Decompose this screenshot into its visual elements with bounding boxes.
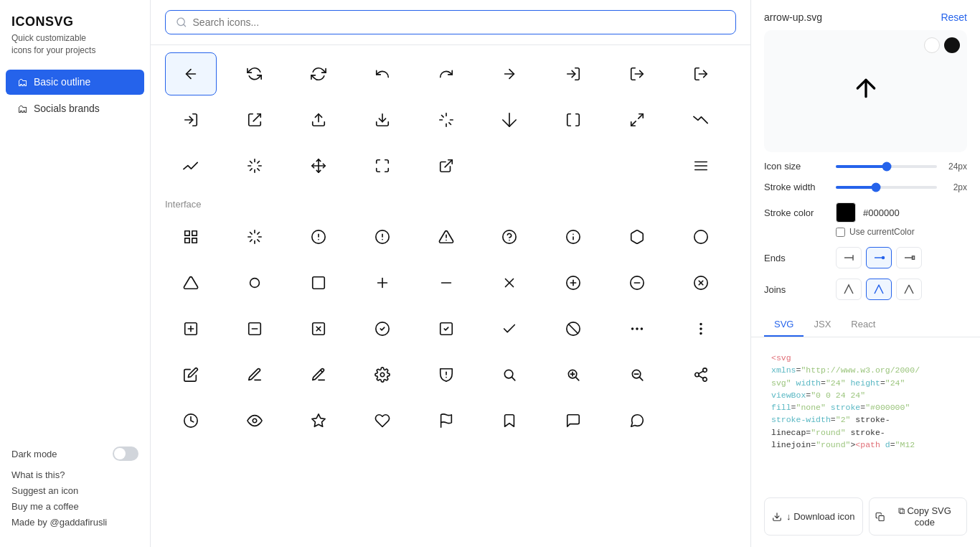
icon-cell[interactable] (229, 52, 281, 95)
icon-cell[interactable] (420, 307, 472, 350)
search-input[interactable] (193, 17, 725, 28)
icon-cell[interactable] (357, 98, 408, 141)
stroke-width-thumb[interactable] (872, 182, 881, 192)
icon-cell[interactable] (484, 261, 535, 304)
icon-cell[interactable] (675, 261, 727, 304)
icon-cell[interactable] (675, 52, 727, 95)
sidebar-item-basic-outline[interactable]: 🗂Basic outline (6, 70, 144, 95)
dark-mode-toggle[interactable] (113, 447, 138, 461)
ends-butt[interactable] (836, 247, 862, 268)
icon-cell[interactable] (547, 52, 599, 95)
icon-cell[interactable] (611, 353, 663, 396)
icon-cell[interactable] (293, 307, 344, 350)
icon-cell[interactable] (611, 399, 663, 442)
download-icon-button[interactable]: ↓ Download icon (764, 497, 863, 536)
icon-cell[interactable] (293, 98, 344, 141)
icon-cell[interactable] (165, 353, 217, 396)
icon-cell[interactable] (484, 399, 535, 442)
tab-svg[interactable]: SVG (764, 313, 804, 337)
sidebar-link-what-is-this[interactable]: What is this? (11, 469, 138, 480)
icon-cell[interactable] (357, 52, 408, 95)
icon-cell[interactable] (357, 215, 408, 258)
icon-cell[interactable] (675, 98, 727, 141)
icon-cell[interactable] (229, 399, 281, 442)
tab-jsx[interactable]: JSX (804, 313, 841, 337)
icon-cell[interactable] (165, 215, 217, 258)
icon-cell[interactable] (420, 353, 472, 396)
icon-cell[interactable] (357, 399, 408, 442)
icons-scroll[interactable]: Interface (151, 45, 750, 547)
joins-round[interactable] (866, 279, 892, 300)
stroke-color-swatch[interactable] (836, 202, 856, 223)
copy-svg-button[interactable]: ⧉ Copy SVG code (869, 497, 968, 536)
icon-cell[interactable] (357, 353, 408, 396)
icon-cell[interactable] (165, 261, 217, 304)
icon-cell[interactable] (165, 307, 217, 350)
icon-cell[interactable] (547, 144, 599, 187)
icon-size-thumb[interactable] (882, 162, 891, 171)
use-current-color-checkbox[interactable] (836, 228, 845, 237)
icon-cell[interactable] (484, 52, 535, 95)
icon-cell[interactable] (675, 353, 727, 396)
icon-cell[interactable] (420, 52, 472, 95)
icon-cell[interactable] (357, 307, 408, 350)
joins-bevel[interactable] (896, 279, 922, 300)
icon-cell[interactable] (484, 307, 535, 350)
icon-cell[interactable] (165, 52, 217, 95)
icon-cell[interactable] (420, 261, 472, 304)
light-theme-option[interactable] (924, 37, 940, 53)
icon-cell[interactable] (293, 144, 344, 187)
icon-cell[interactable] (293, 52, 344, 95)
icon-cell[interactable] (229, 261, 281, 304)
icon-cell[interactable] (229, 215, 281, 258)
icon-cell[interactable] (484, 144, 535, 187)
ends-round[interactable] (866, 247, 892, 268)
icon-cell[interactable] (165, 144, 217, 187)
icon-cell[interactable] (293, 399, 344, 442)
dark-theme-option[interactable] (944, 37, 960, 53)
icon-cell[interactable] (293, 215, 344, 258)
icon-cell[interactable] (229, 307, 281, 350)
icon-cell[interactable] (547, 307, 599, 350)
icon-cell[interactable] (547, 215, 599, 258)
icon-cell[interactable] (229, 144, 281, 187)
icon-cell[interactable] (165, 98, 217, 141)
reset-button[interactable]: Reset (941, 11, 967, 23)
sidebar-link-suggest-icon[interactable]: Suggest an icon (11, 485, 138, 496)
icon-cell[interactable] (611, 98, 663, 141)
icon-cell[interactable] (357, 144, 408, 187)
stroke-width-track[interactable] (836, 186, 937, 189)
icon-cell[interactable] (420, 399, 472, 442)
icon-cell[interactable] (293, 353, 344, 396)
tab-react[interactable]: React (841, 313, 885, 337)
icon-cell[interactable] (229, 98, 281, 141)
icon-cell[interactable] (420, 215, 472, 258)
icon-cell[interactable] (484, 353, 535, 396)
icon-cell[interactable] (547, 261, 599, 304)
icon-cell[interactable] (229, 353, 281, 396)
icon-cell[interactable] (611, 261, 663, 304)
icon-cell[interactable] (611, 144, 663, 187)
icon-cell[interactable] (547, 399, 599, 442)
icon-cell[interactable] (547, 353, 599, 396)
icon-cell[interactable] (611, 307, 663, 350)
icon-cell[interactable] (675, 307, 727, 350)
sidebar-item-socials-brands[interactable]: 🗂Socials brands (6, 96, 144, 121)
icon-cell[interactable] (420, 144, 472, 187)
icon-cell[interactable] (165, 399, 217, 442)
search-wrap[interactable] (165, 10, 736, 34)
icon-cell[interactable] (293, 261, 344, 304)
icon-size-track[interactable] (836, 165, 937, 168)
icon-cell[interactable] (611, 215, 663, 258)
icon-cell[interactable] (357, 261, 408, 304)
icon-cell[interactable] (611, 52, 663, 95)
icon-cell[interactable] (675, 144, 727, 187)
icon-cell[interactable] (675, 215, 727, 258)
icon-cell[interactable] (484, 215, 535, 258)
sidebar-link-buy-coffee[interactable]: Buy me a coffee (11, 501, 138, 512)
icon-cell[interactable] (484, 98, 535, 141)
sidebar-link-made-by[interactable]: Made by @gaddafirusli (11, 517, 138, 528)
icon-cell[interactable] (547, 98, 599, 141)
ends-square[interactable] (896, 247, 922, 268)
icon-cell[interactable] (420, 98, 472, 141)
